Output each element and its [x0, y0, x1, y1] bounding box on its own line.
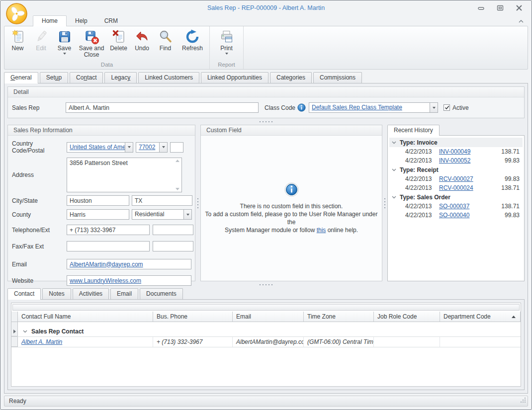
history-row[interactable]: 4/22/2013 SO-000040 99.83: [389, 211, 523, 220]
active-checkbox[interactable]: [443, 104, 450, 111]
contact-name-link[interactable]: Albert A. Martin: [21, 338, 62, 345]
postal-ext-input[interactable]: [170, 142, 183, 153]
class-code-info-icon[interactable]: [297, 103, 306, 112]
history-row[interactable]: 4/22/2013 RCV-000027 99.83: [389, 174, 523, 183]
tab-legacy[interactable]: Legacy: [104, 72, 137, 83]
state-input[interactable]: [132, 195, 192, 206]
ribbon: New Edit Save: [4, 26, 528, 70]
ribbon-collapse-icon[interactable]: [517, 18, 525, 25]
edit-button[interactable]: Edit: [29, 27, 53, 61]
email-input[interactable]: AlbertAMartin@dayrep.com: [67, 259, 191, 269]
tab-commissions[interactable]: Commissions: [313, 72, 362, 83]
tab-recent-history[interactable]: Recent History: [387, 125, 440, 136]
tab-email[interactable]: Email: [110, 288, 138, 299]
save-button[interactable]: Save: [53, 27, 76, 61]
online-help-link[interactable]: this: [317, 227, 326, 234]
app-logo-icon[interactable]: [5, 2, 28, 25]
column-contact-full-name[interactable]: Contact Full Name: [18, 312, 153, 322]
horizontal-splitter[interactable]: [7, 118, 525, 125]
scroll-down-icon[interactable]: [176, 188, 179, 190]
tab-setup[interactable]: Setup: [40, 72, 68, 83]
county-type-combo[interactable]: Residential: [132, 209, 192, 220]
new-icon: [10, 29, 26, 45]
country-value[interactable]: United States of Americ: [67, 142, 125, 153]
grid-empty-area: [11, 347, 521, 386]
tab-notes[interactable]: Notes: [42, 288, 71, 299]
column-job-role-code[interactable]: Job Role Code: [374, 312, 440, 322]
class-code-combo[interactable]: Default Sales Rep Class Template: [309, 102, 438, 113]
status-text: Ready: [9, 398, 26, 405]
postal-combo[interactable]: 77002: [136, 142, 168, 153]
address-scrollbar[interactable]: [175, 158, 181, 192]
city-input[interactable]: [67, 195, 129, 206]
postal-dropdown-icon[interactable]: [159, 142, 168, 153]
postal-value[interactable]: 77002: [136, 142, 159, 153]
ribbon-tab-help[interactable]: Help: [67, 15, 96, 26]
print-button[interactable]: Print: [215, 27, 238, 61]
print-icon: [219, 29, 235, 45]
column-department-code[interactable]: Department Code: [440, 312, 521, 322]
sales-rep-info-header: Sales Rep Information: [8, 125, 195, 136]
county-type-value[interactable]: Residential: [132, 209, 183, 220]
telephone-ext-input[interactable]: [153, 225, 193, 235]
refresh-button[interactable]: Refresh: [177, 27, 208, 61]
fax-input[interactable]: [67, 241, 150, 251]
history-group-sales-order[interactable]: Type: Sales Order: [389, 192, 523, 202]
history-row[interactable]: 4/22/2013 INV-000052 99.83: [389, 156, 523, 165]
tab-linked-opportunities[interactable]: Linked Opportunities: [201, 72, 268, 83]
delete-button[interactable]: Delete: [107, 27, 130, 61]
sales-rep-input[interactable]: [66, 102, 259, 113]
history-group-receipt[interactable]: Type: Receipt: [389, 165, 523, 174]
class-code-value[interactable]: Default Sales Rep Class Template: [309, 102, 430, 113]
column-bus-phone[interactable]: Bus. Phone: [153, 312, 233, 322]
history-doc-link[interactable]: INV-000049: [439, 148, 501, 155]
scroll-up-icon[interactable]: [176, 160, 179, 162]
resize-grip[interactable]: [520, 397, 526, 405]
ribbon-tab-home[interactable]: Home: [33, 15, 67, 26]
history-doc-link[interactable]: RCV-000027: [439, 175, 505, 182]
tab-general[interactable]: General: [4, 72, 38, 83]
chevron-down-icon[interactable]: [23, 330, 27, 333]
new-button[interactable]: New: [6, 27, 29, 61]
column-email[interactable]: Email: [233, 312, 304, 322]
address-textarea[interactable]: 3856 Patterson Street: [67, 158, 182, 192]
email-value[interactable]: AlbertAMartin@dayrep.com: [70, 261, 143, 268]
save-dropdown-icon: [63, 53, 66, 55]
tab-contact-bottom[interactable]: Contact: [7, 288, 41, 300]
grid-group-row[interactable]: Sales Rep Contact: [11, 327, 521, 337]
history-row[interactable]: 4/22/2013 SO-000037 138.71: [389, 202, 523, 211]
grid-group-panel[interactable]: [12, 304, 520, 311]
tab-activities[interactable]: Activities: [73, 288, 109, 299]
history-doc-link[interactable]: SO-000040: [439, 212, 505, 219]
class-code-dropdown-icon[interactable]: [430, 102, 438, 113]
restore-button[interactable]: [497, 5, 504, 11]
tab-contact[interactable]: Contact: [70, 72, 103, 83]
county-input[interactable]: [67, 209, 129, 220]
tab-documents[interactable]: Documents: [140, 288, 183, 299]
grid-header-row: Contact Full Name Bus. Phone Email Time …: [11, 312, 521, 322]
country-dropdown-icon[interactable]: [125, 142, 133, 153]
undo-button[interactable]: Undo: [130, 27, 154, 61]
history-row[interactable]: 4/22/2013 RCV-000024 138.71: [389, 183, 523, 192]
save-and-close-button[interactable]: Save and Close: [76, 27, 107, 61]
vertical-splitter-1[interactable]: [195, 125, 200, 281]
column-time-zone[interactable]: Time Zone: [304, 312, 374, 322]
horizontal-splitter[interactable]: [7, 281, 525, 288]
fax-ext-input[interactable]: [153, 241, 193, 251]
country-combo[interactable]: United States of Americ: [67, 142, 133, 153]
history-doc-link[interactable]: RCV-000024: [439, 184, 501, 191]
history-row[interactable]: 4/22/2013 INV-000049 138.71: [389, 147, 523, 156]
history-doc-link[interactable]: SO-000037: [439, 203, 501, 210]
find-button[interactable]: Find: [154, 27, 177, 61]
telephone-input[interactable]: [67, 225, 150, 235]
history-doc-link[interactable]: INV-000052: [439, 157, 505, 164]
minimize-button[interactable]: [478, 5, 485, 11]
close-button[interactable]: [516, 5, 523, 11]
contact-table-row[interactable]: Albert A. Martin + (713) 332-3967 Albert…: [11, 337, 521, 347]
vertical-splitter-2[interactable]: [382, 125, 387, 281]
tab-linked-customers[interactable]: Linked Customers: [138, 72, 199, 83]
history-group-invoice[interactable]: Type: Invoice: [389, 138, 523, 147]
tab-categories[interactable]: Categories: [270, 72, 312, 83]
ribbon-tab-crm[interactable]: CRM: [96, 15, 126, 26]
county-type-dropdown-icon[interactable]: [183, 209, 192, 220]
